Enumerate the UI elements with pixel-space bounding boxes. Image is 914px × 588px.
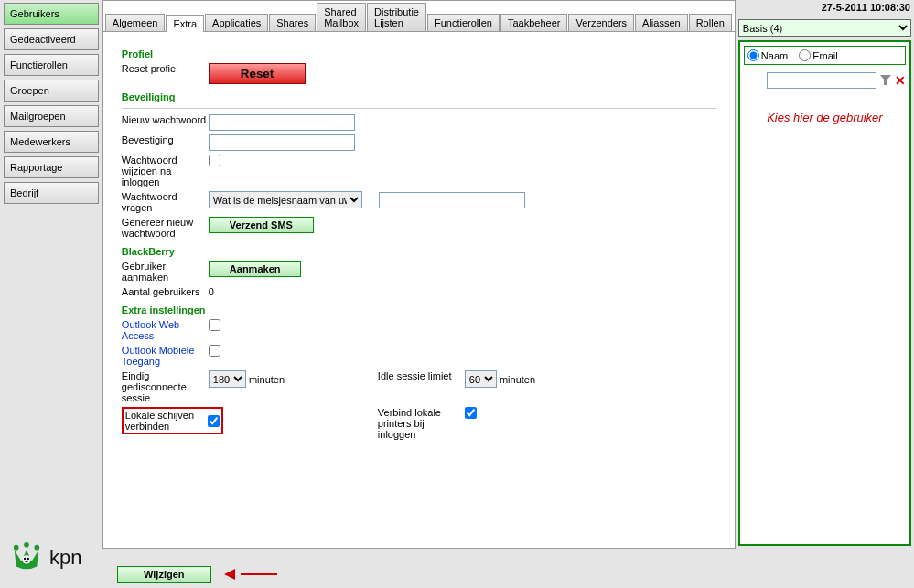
sidebar-item-groepen[interactable]: Groepen [4, 80, 99, 102]
mobile-label[interactable]: Outlook Mobiele Toegang [122, 345, 209, 367]
sidebar-item-functierollen[interactable]: Functierollen [4, 54, 99, 76]
sidebar-item-gebruikers[interactable]: Gebruikers [4, 3, 99, 25]
sidebar: Gebruikers Gedeactiveerd Functierollen G… [0, 0, 102, 549]
svg-point-5 [27, 558, 29, 560]
idle-label: Idle sessie limiet [378, 370, 465, 381]
eindig-select[interactable]: 180 [209, 370, 246, 388]
tab-extra[interactable]: Extra [166, 15, 204, 32]
svg-point-2 [35, 545, 40, 551]
tab-functierollen[interactable]: Functierollen [427, 14, 500, 31]
aanmaken-label: Gebruiker aanmaken [122, 261, 209, 283]
owa-label[interactable]: Outlook Web Access [122, 319, 209, 341]
basis-select[interactable]: Basis (4) [738, 19, 911, 37]
lokale-checkbox[interactable] [208, 415, 220, 427]
user-placeholder: Kies hier de gebruiker [744, 111, 906, 124]
brand-logo: kpn [9, 542, 81, 573]
clear-filter-icon[interactable]: ✕ [895, 73, 906, 88]
filter-icon[interactable] [879, 74, 892, 87]
reset-profiel-label: Reset profiel [122, 63, 209, 74]
sidebar-item-bedrijf[interactable]: Bedrijf [4, 182, 99, 204]
aantal-value: 0 [209, 286, 214, 297]
verzend-sms-button[interactable]: Verzend SMS [209, 217, 314, 233]
svg-point-1 [24, 542, 29, 548]
radio-email[interactable]: Email [799, 49, 838, 61]
aantal-label: Aantal gebruikers [122, 286, 209, 297]
filter-input[interactable] [767, 72, 876, 89]
printers-checkbox[interactable] [465, 407, 477, 419]
eindig-unit: minuten [249, 374, 285, 385]
bevestiging-input[interactable] [209, 134, 355, 151]
sidebar-item-gedeactiveerd[interactable]: Gedeactiveerd [4, 28, 99, 50]
lokale-label: Lokale schijven verbinden [125, 410, 208, 432]
svg-point-0 [14, 545, 19, 551]
idle-unit: minuten [500, 374, 535, 385]
wijzigen-na-label: Wachtwoord wijzigen na inloggen [122, 155, 209, 187]
svg-point-4 [24, 558, 26, 560]
section-profiel: Profiel [122, 48, 716, 59]
nieuw-wachtwoord-label: Nieuw wachtwoord [122, 114, 209, 125]
tab-shares[interactable]: Shares [269, 14, 316, 31]
right-panel: Basis (4) Naam Email ✕ Kies hier de gebr… [736, 0, 914, 549]
sidebar-item-rapportage[interactable]: Rapportage [4, 156, 99, 178]
crown-icon [9, 542, 44, 573]
genereer-label: Genereer nieuw wachtwoord [122, 217, 209, 239]
tab-applicaties[interactable]: Applicaties [205, 14, 268, 31]
bevestiging-label: Bevestiging [122, 134, 209, 145]
tab-taakbeheer[interactable]: Taakbeheer [500, 14, 568, 31]
reset-button[interactable]: Reset [209, 63, 306, 84]
section-blackberry: BlackBerry [122, 246, 716, 257]
lokale-highlight: Lokale schijven verbinden [122, 407, 223, 434]
form-area: Profiel Reset profiel Reset Beveiliging … [103, 32, 735, 548]
mobile-checkbox[interactable] [209, 345, 220, 357]
radio-naam[interactable]: Naam [747, 49, 788, 61]
section-beveiliging: Beveiliging [122, 91, 716, 102]
section-extra: Extra instellingen [122, 305, 716, 315]
vragen-answer-input[interactable] [379, 192, 525, 208]
vragen-label: Wachtwoord vragen [122, 191, 209, 213]
tab-shared-mailbox[interactable]: Shared Mailbox [317, 3, 366, 31]
owa-checkbox[interactable] [209, 319, 220, 331]
tab-verzenders[interactable]: Verzenders [568, 14, 634, 31]
tab-distributie[interactable]: Distributie Lijsten [367, 3, 426, 31]
arrow-annotation-icon [222, 568, 277, 581]
sidebar-item-mailgroepen[interactable]: Mailgroepen [4, 105, 99, 127]
tab-algemeen[interactable]: Algemeen [105, 14, 166, 31]
brand-name: kpn [49, 546, 81, 570]
tabs: Algemeen Extra Applicaties Shares Shared… [103, 1, 735, 32]
tab-aliassen[interactable]: Aliassen [635, 14, 688, 31]
vragen-select[interactable]: Wat is de meisjesnaam van uw [209, 191, 362, 208]
timestamp: 27-5-2011 10:08:30 [822, 2, 910, 13]
wijzigen-button[interactable]: Wijzigen [117, 566, 211, 583]
printers-label: Verbind lokale printers bij inloggen [378, 407, 465, 440]
wijzigen-na-checkbox[interactable] [209, 155, 220, 166]
eindig-label: Eindig gedisconnecte sessie [122, 370, 209, 403]
aanmaken-button[interactable]: Aanmaken [209, 261, 302, 277]
sidebar-item-medewerkers[interactable]: Medewerkers [4, 131, 99, 153]
tab-rollen[interactable]: Rollen [689, 14, 732, 31]
radio-row: Naam Email [744, 46, 906, 65]
content-area: Algemeen Extra Applicaties Shares Shared… [102, 0, 736, 549]
nieuw-wachtwoord-input[interactable] [209, 114, 355, 131]
idle-select[interactable]: 60 [465, 370, 497, 388]
